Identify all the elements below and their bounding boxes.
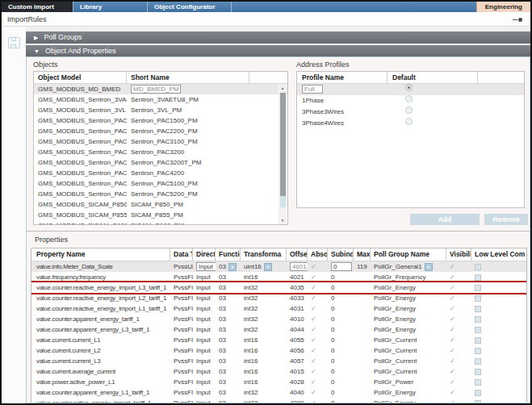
scrollbar-thumb[interactable] bbox=[280, 93, 286, 196]
column-default[interactable]: Default bbox=[387, 72, 478, 83]
property-row[interactable]: value.counter.reactive_energy_import_L3_… bbox=[31, 282, 526, 293]
profile-row[interactable]: 3Phase4Wires bbox=[297, 118, 524, 129]
object-row[interactable]: GMS_MODBUS_Sentron_PAC3200T Sentron_PAC3… bbox=[34, 157, 287, 168]
cell-low-level bbox=[471, 282, 525, 293]
objects-scrollbar[interactable]: ▲ ▼ bbox=[279, 85, 287, 224]
cell-offset: 4031 bbox=[287, 303, 308, 314]
property-row[interactable]: value.counter.apparent_energy_tariff_1 P… bbox=[31, 314, 526, 324]
scroll-up-icon[interactable]: ▲ bbox=[279, 85, 287, 92]
low-level-checkbox[interactable] bbox=[475, 306, 481, 312]
column-low-level-comp[interactable]: Low Level Comp bbox=[471, 248, 525, 261]
profile-row[interactable]: 3Phase3Wires bbox=[297, 106, 524, 118]
low-level-checkbox[interactable] bbox=[475, 285, 481, 291]
column-object-model[interactable]: Object Model bbox=[34, 72, 127, 83]
section-header-poll-groups[interactable]: ▶Poll Groups bbox=[26, 31, 530, 44]
profile-row[interactable]: 1Phase bbox=[297, 95, 524, 106]
object-row[interactable]: GMS_MODBUS_Sentron_PAC1500 Sentron_PAC15… bbox=[34, 115, 287, 126]
add-button[interactable]: Add bbox=[410, 214, 480, 225]
column-transformation[interactable]: Transforma bbox=[241, 248, 287, 261]
property-row[interactable]: value.info.Meter_Data_Scale PvssUint Inp… bbox=[31, 261, 526, 272]
property-row[interactable]: value.current.current_L2 PvssFloa Input … bbox=[31, 345, 526, 356]
property-row[interactable]: value.frequency.frequency PvssFloa Input… bbox=[31, 272, 526, 282]
object-row[interactable]: GMS_MODBUS_Sentron_PAC5100 Sentron_PAC51… bbox=[34, 178, 287, 189]
save-button[interactable] bbox=[8, 37, 20, 48]
cell-offset: 4601 bbox=[287, 261, 308, 272]
property-row[interactable]: value.current.average_current PvssFloa I… bbox=[31, 366, 526, 377]
dropdown-arrow-icon[interactable]: ▾ bbox=[425, 263, 433, 271]
object-row[interactable]: GMS_MODBUS_Sentron_PAC3100 Sentron_PAC31… bbox=[34, 136, 287, 147]
object-row[interactable]: GMS_MODBUS_Sentron_PAC5200 Sentron_PAC52… bbox=[34, 189, 287, 199]
default-radio-button[interactable] bbox=[405, 106, 413, 114]
object-row[interactable]: GMS_MODBUS_Sentron_PAC3200 Sentron_PAC32… bbox=[34, 147, 287, 157]
object-row[interactable]: GMS_MODBUS_Sentron_3VL Sentron_3VL_PM bbox=[34, 105, 287, 115]
low-level-checkbox[interactable] bbox=[475, 400, 481, 403]
column-max[interactable]: Max S bbox=[354, 248, 371, 261]
offset-input[interactable]: 4601 bbox=[290, 262, 308, 271]
document-toolbar: ImportRules bbox=[2, 12, 530, 27]
short-name-input[interactable]: MD_BMED_PM bbox=[131, 85, 181, 94]
tab-custom-import-rules[interactable]: Custom Import Rules bbox=[2, 2, 73, 12]
column-offset[interactable]: Offset bbox=[287, 248, 308, 261]
column-absolute[interactable]: Absolu bbox=[308, 248, 328, 261]
low-level-checkbox[interactable] bbox=[475, 295, 481, 302]
low-level-checkbox[interactable] bbox=[475, 264, 481, 270]
column-property-name[interactable]: Property Name bbox=[31, 248, 170, 261]
object-row[interactable]: GMS_MODBUS_Sentron_PAC4200 Sentron_PAC42… bbox=[34, 168, 287, 178]
property-row[interactable]: value.counter.reactive_energy_import_L2_… bbox=[31, 293, 526, 303]
property-row[interactable]: value.counter.apparent_energy_L3_tariff_… bbox=[31, 324, 526, 335]
object-row[interactable]: GMS_MODBUS_SICAM_P850 SICAM_P850_PM bbox=[34, 199, 287, 210]
section-header-object-and-properties[interactable]: ▼Object And Properties bbox=[26, 45, 530, 56]
profile-row[interactable]: Full bbox=[297, 84, 524, 95]
cell-low-level bbox=[471, 272, 525, 282]
default-radio-button[interactable] bbox=[405, 84, 413, 91]
dropdown-arrow-icon[interactable]: ▾ bbox=[228, 263, 237, 271]
tab-library-configurator[interactable]: Library Configurator bbox=[73, 2, 147, 12]
column-subindex[interactable]: Subinde bbox=[328, 248, 354, 261]
column-data-type[interactable]: Data Ty bbox=[170, 248, 193, 261]
low-level-checkbox[interactable] bbox=[475, 274, 481, 281]
property-row[interactable]: value.counter.active_energy_import_tarif… bbox=[31, 398, 526, 403]
cell-visibility: ✓ bbox=[446, 366, 471, 377]
dropdown-arrow-icon[interactable]: ▾ bbox=[264, 263, 272, 271]
property-row[interactable]: value.power.active_power_L1 PvssFloa Inp… bbox=[31, 377, 526, 387]
column-profile-name[interactable]: Profile Name bbox=[297, 72, 387, 83]
remove-button[interactable]: Remove bbox=[484, 214, 528, 225]
direction-input[interactable]: Input bbox=[196, 262, 216, 271]
low-level-checkbox[interactable] bbox=[475, 358, 481, 365]
object-row[interactable]: GMS_MODBUS_MD_BMED MD_BMED_PM bbox=[34, 84, 287, 94]
low-level-checkbox[interactable] bbox=[475, 379, 481, 386]
cell-data-type: PvssFloa bbox=[170, 282, 193, 293]
column-poll-group-name[interactable]: Poll Group Name bbox=[371, 248, 446, 261]
low-level-checkbox[interactable] bbox=[475, 316, 481, 323]
property-row[interactable]: value.counter.reactive_energy_import_L1_… bbox=[31, 303, 526, 314]
cell-visibility: ✓ bbox=[446, 261, 471, 272]
column-function[interactable]: Function bbox=[216, 248, 241, 261]
object-row[interactable]: GMS_MODBUS_Sentron_3VAETU8 Sentron_3VAET… bbox=[34, 94, 287, 105]
cell-data-type: PvssFloa bbox=[170, 377, 193, 387]
pin-icon[interactable] bbox=[513, 18, 522, 22]
low-level-checkbox[interactable] bbox=[475, 390, 481, 396]
default-radio-button[interactable] bbox=[405, 118, 413, 125]
check-icon: ✓ bbox=[311, 368, 316, 375]
property-row[interactable]: value.current.current_L1 PvssFloa Input … bbox=[31, 335, 526, 345]
cell-absolute: ✓ bbox=[308, 324, 328, 335]
cell-visibility: ✓ bbox=[446, 345, 471, 356]
column-short-name[interactable]: Short Name bbox=[127, 72, 249, 83]
engineering-mode-badge[interactable]: Engineering bbox=[476, 2, 530, 12]
default-radio-button[interactable] bbox=[405, 95, 413, 102]
cell-object-model: GMS_MODBUS_Sentron_PAC2200 bbox=[34, 126, 127, 136]
low-level-checkbox[interactable] bbox=[475, 348, 481, 354]
low-level-checkbox[interactable] bbox=[475, 337, 481, 344]
tab-object-configurator[interactable]: Object Configurator bbox=[147, 2, 228, 12]
cell-subindex: 0 bbox=[328, 261, 354, 272]
object-row[interactable]: GMS_MODBUS_Sentron_PAC2200 Sentron_PAC22… bbox=[34, 126, 287, 136]
profile-name-input[interactable]: Full bbox=[302, 85, 323, 94]
column-direction[interactable]: Directio bbox=[193, 248, 216, 261]
low-level-checkbox[interactable] bbox=[475, 327, 481, 333]
scrollbar-track-segment[interactable] bbox=[280, 196, 286, 207]
subindex-input[interactable]: 0 bbox=[331, 262, 352, 271]
low-level-checkbox[interactable] bbox=[475, 369, 481, 375]
column-visibility[interactable]: Visibility bbox=[446, 248, 471, 261]
property-row[interactable]: value.current.current_L3 PvssFloa Input … bbox=[31, 356, 526, 366]
property-row[interactable]: value.counter.apparent_energy_L1_tariff_… bbox=[31, 387, 526, 398]
